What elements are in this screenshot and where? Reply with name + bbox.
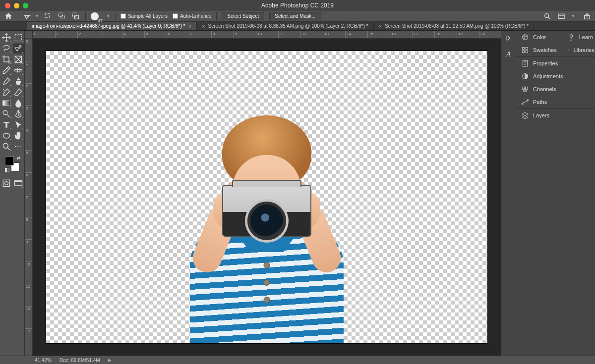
move-tool[interactable] xyxy=(1,33,12,43)
svg-rect-0 xyxy=(45,13,50,18)
ruler-mark: 3 xyxy=(100,31,103,38)
marquee-tool[interactable] xyxy=(13,33,24,43)
doc-size-readout[interactable]: Doc: 69.6M/51.4M xyxy=(60,358,100,363)
svg-point-5 xyxy=(545,13,549,17)
select-subject-button[interactable]: Select Subject xyxy=(222,12,264,20)
gradient-tool[interactable] xyxy=(1,98,12,108)
brush-tool[interactable] xyxy=(1,76,12,86)
close-window-button[interactable] xyxy=(5,3,10,8)
divider xyxy=(18,12,18,20)
type-panel-icon[interactable]: A xyxy=(504,50,513,58)
svg-point-13 xyxy=(3,110,7,114)
lasso-tool[interactable] xyxy=(1,44,12,53)
ruler-mark: 5 xyxy=(25,150,32,155)
panel-tab-libraries[interactable]: Libraries xyxy=(562,44,595,56)
close-tab-icon[interactable]: × xyxy=(188,23,191,29)
type-tool[interactable] xyxy=(1,120,12,130)
eraser-tool[interactable] xyxy=(13,87,24,97)
zoom-window-button[interactable] xyxy=(23,3,28,8)
zoom-tool[interactable] xyxy=(1,142,12,152)
panel-tab-properties[interactable]: Properties xyxy=(516,57,595,70)
ruler-mark: 6 xyxy=(25,172,32,177)
brush-preview[interactable]: 47 xyxy=(91,12,104,20)
ruler-mark: 10 xyxy=(25,261,32,266)
ruler-mark: 19 xyxy=(457,31,463,38)
minimize-window-button[interactable] xyxy=(14,3,19,8)
shape-tool[interactable] xyxy=(1,131,12,141)
layers-icon xyxy=(521,111,529,119)
screen-mode-button[interactable] xyxy=(13,178,24,188)
foreground-color-swatch[interactable] xyxy=(5,156,14,165)
tab-document-3[interactable]: ×Screen Shot 2019-06-03 at 11.22.50 AM.p… xyxy=(374,22,534,30)
ruler-mark: 18 xyxy=(434,31,440,38)
panel-tab-adjustments[interactable]: Adjustments xyxy=(516,70,595,83)
ruler-mark: 3 xyxy=(25,105,32,110)
svg-point-15 xyxy=(3,143,8,148)
add-selection-icon[interactable] xyxy=(58,12,66,21)
status-menu-icon[interactable]: ▶ xyxy=(108,358,112,363)
quick-selection-tool[interactable] xyxy=(13,44,24,53)
history-brush-tool[interactable] xyxy=(1,87,12,97)
eyedropper-tool[interactable] xyxy=(1,65,12,75)
libraries-icon xyxy=(567,46,570,54)
properties-icon xyxy=(521,59,529,67)
collapse-panels-icon[interactable] xyxy=(504,34,513,43)
ruler-mark: 1 xyxy=(55,31,59,38)
svg-point-22 xyxy=(524,38,525,39)
new-selection-icon[interactable] xyxy=(44,12,53,21)
panel-tab-layers[interactable]: Layers xyxy=(516,109,595,122)
tab-label: Screen Shot 2019-06-03 at 8.38.35 AM.png… xyxy=(208,23,368,29)
panel-tab-channels[interactable]: Channels xyxy=(516,83,595,96)
healing-brush-tool[interactable] xyxy=(13,65,24,75)
ruler-mark: 4 xyxy=(25,128,32,133)
workspace-switcher-icon[interactable] xyxy=(557,12,565,20)
svg-point-20 xyxy=(524,36,525,37)
panel-dock-strip: A xyxy=(501,31,516,356)
ruler-mark: 5 xyxy=(144,31,148,38)
horizontal-ruler[interactable]: 01234567891011121314151617181920 xyxy=(25,31,501,39)
document-canvas[interactable] xyxy=(46,51,487,343)
svg-point-27 xyxy=(570,35,572,37)
frame-tool[interactable] xyxy=(13,54,24,64)
dodge-tool[interactable] xyxy=(1,109,12,119)
blur-tool[interactable] xyxy=(13,98,24,108)
svg-rect-11 xyxy=(14,69,22,71)
crop-tool[interactable] xyxy=(1,54,12,64)
share-icon[interactable] xyxy=(583,12,591,20)
path-selection-tool[interactable] xyxy=(13,120,24,130)
hand-tool[interactable] xyxy=(13,131,24,141)
document-viewport[interactable] xyxy=(33,39,501,356)
clone-stamp-tool[interactable] xyxy=(13,76,24,86)
svg-point-19 xyxy=(523,35,528,40)
subtract-selection-icon[interactable] xyxy=(71,12,80,21)
close-tab-icon[interactable]: × xyxy=(379,23,382,29)
color-swatches[interactable]: ⇄ ◧ xyxy=(5,156,20,171)
svg-rect-18 xyxy=(14,180,22,185)
svg-rect-6 xyxy=(558,14,564,18)
pen-tool[interactable] xyxy=(13,109,24,119)
learn-icon xyxy=(567,33,575,41)
panel-tab-learn[interactable]: Learn xyxy=(562,31,595,44)
vertical-ruler[interactable]: 012345678910111213 xyxy=(25,39,33,356)
search-icon[interactable] xyxy=(543,12,551,20)
default-colors-icon[interactable]: ◧ xyxy=(4,166,9,173)
quick-select-tool-indicator[interactable] xyxy=(23,12,32,21)
zoom-readout[interactable]: 41.42% xyxy=(35,358,52,363)
home-button[interactable] xyxy=(4,12,13,21)
close-tab-icon[interactable]: × xyxy=(202,23,205,29)
quick-mask-button[interactable] xyxy=(1,178,12,188)
ruler-mark: 2 xyxy=(25,83,32,88)
ruler-mark: 12 xyxy=(25,306,32,311)
ruler-mark: 13 xyxy=(323,31,329,38)
auto-enhance-checkbox[interactable]: Auto-Enhance xyxy=(173,13,211,19)
svg-rect-24 xyxy=(526,48,528,50)
panel-tab-paths[interactable]: Paths xyxy=(516,96,595,108)
select-and-mask-button[interactable]: Select and Mask... xyxy=(269,12,321,20)
tab-document-1[interactable]: image-from-rawpixel-id-424687-jpeg.jpg @… xyxy=(27,22,197,30)
swap-colors-icon[interactable]: ⇄ xyxy=(17,156,21,160)
panel-tab-color[interactable]: Color xyxy=(516,31,562,44)
panel-tab-swatches[interactable]: Swatches xyxy=(516,44,562,56)
sample-all-layers-checkbox[interactable]: Sample All Layers xyxy=(120,13,168,19)
tab-document-2[interactable]: ×Screen Shot 2019-06-03 at 8.38.35 AM.pn… xyxy=(197,22,374,30)
edit-toolbar-button[interactable]: ⋯ xyxy=(13,142,24,152)
